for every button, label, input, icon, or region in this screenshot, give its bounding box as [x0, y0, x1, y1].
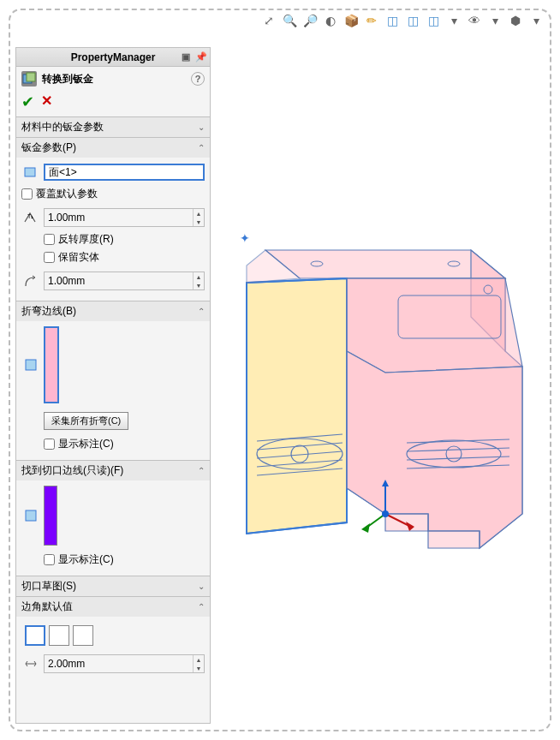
- ok-button[interactable]: ✔: [21, 92, 34, 111]
- corner-type-1[interactable]: [25, 625, 45, 646]
- chevron-up-icon[interactable]: ⌃: [198, 466, 205, 475]
- corner-type-icons: [21, 622, 205, 649]
- section-material-title: 材料中的钣金参数: [21, 120, 104, 134]
- down-arrow-icon[interactable]: ▼: [193, 218, 204, 226]
- radius-input[interactable]: ▲▼: [44, 272, 205, 290]
- view-orient-icon[interactable]: 📦: [343, 12, 360, 29]
- svg-marker-15: [347, 351, 522, 548]
- svg-rect-1: [27, 73, 35, 81]
- section-sketch-title: 切口草图(S): [21, 579, 76, 594]
- down-arrow-icon[interactable]: ▼: [193, 664, 204, 672]
- cube1-icon[interactable]: ◫: [384, 12, 401, 29]
- display-style-icon[interactable]: ✏: [363, 12, 380, 29]
- keep-check[interactable]: 保留实体: [44, 250, 205, 265]
- dropdown1-icon[interactable]: ▾: [445, 12, 462, 29]
- thickness-icon: T₁: [21, 208, 40, 227]
- section-rips-title: 找到切口边线(只读)(F): [21, 463, 123, 478]
- viewport-3d[interactable]: [231, 231, 539, 591]
- help-button[interactable]: ?: [191, 72, 205, 86]
- svg-marker-10: [247, 278, 347, 534]
- collect-bends-button[interactable]: 采集所有折弯(C): [44, 412, 128, 430]
- cube3-icon[interactable]: ◫: [425, 12, 442, 29]
- view-toolbar: ⤢ 🔍 🔎 ◐ 📦 ✏ ◫ ◫ ◫ ▾ 👁 ▾ ⬢ ▾: [260, 12, 545, 29]
- svg-point-40: [382, 510, 389, 517]
- zoom-fit-icon[interactable]: ⤢: [260, 12, 277, 29]
- thickness-input[interactable]: ▲▼: [44, 208, 205, 227]
- up-arrow-icon[interactable]: ▲: [193, 209, 204, 218]
- section-bends: 折弯边线(B) ⌃ 采集所有折弯(C) 显示标注(C): [16, 301, 210, 460]
- chevron-up-icon[interactable]: ⌃: [198, 143, 205, 152]
- gap-icon: [21, 654, 40, 673]
- svg-marker-6: [265, 250, 505, 278]
- rip-edges-list: [44, 486, 57, 546]
- cube2-icon[interactable]: ◫: [404, 12, 421, 29]
- up-arrow-icon[interactable]: ▲: [193, 272, 204, 281]
- section-corners-title: 边角默认值: [21, 600, 73, 614]
- face-selection-input[interactable]: 面<1>: [44, 164, 205, 181]
- section-sketch: 切口草图(S) ⌄: [16, 576, 210, 596]
- purple-colorbar: [45, 486, 57, 545]
- radius-icon: [21, 272, 40, 290]
- face-select-icon: [21, 163, 40, 182]
- edge-select-icon: [21, 355, 40, 374]
- sheet-metal-icon: [21, 71, 37, 87]
- chevron-up-icon[interactable]: ⌃: [198, 602, 205, 612]
- corner-type-2[interactable]: [49, 625, 69, 646]
- feature-title: 转换到钣金: [42, 72, 93, 87]
- hide-show-icon[interactable]: 👁: [466, 12, 483, 29]
- dropdown2-icon[interactable]: ▾: [486, 12, 503, 29]
- zoom-prev-icon[interactable]: 🔎: [301, 12, 319, 29]
- edge-select-icon: [21, 506, 40, 525]
- panel-header: PropertyManager ▣ 📌: [16, 48, 210, 67]
- feature-title-row: 转换到钣金 ?: [16, 67, 210, 91]
- section-bends-title: 折弯边线(B): [21, 304, 76, 319]
- section-material: 材料中的钣金参数 ⌄: [16, 116, 210, 137]
- section-corners: 边角默认值 ⌃ ▲▼: [16, 596, 210, 683]
- pink-colorbar: [45, 328, 57, 402]
- svg-rect-4: [26, 360, 36, 370]
- svg-marker-17: [428, 531, 480, 548]
- reverse-check[interactable]: 反转厚度(R): [44, 232, 205, 247]
- property-manager-panel: PropertyManager ▣ 📌 转换到钣金 ? ✔ ✕ 材料中的钣金参数…: [15, 47, 211, 724]
- cancel-button[interactable]: ✕: [41, 92, 52, 111]
- bend-edges-list[interactable]: [44, 326, 59, 403]
- panel-title: PropertyManager: [71, 51, 156, 63]
- show-markers-check[interactable]: 显示标注(C): [44, 437, 205, 451]
- dropdown3-icon[interactable]: ▾: [527, 12, 545, 29]
- down-arrow-icon[interactable]: ▼: [193, 281, 204, 289]
- chevron-down-icon[interactable]: ⌄: [198, 122, 205, 132]
- svg-text:T₁: T₁: [27, 213, 33, 219]
- chevron-up-icon[interactable]: ⌃: [198, 307, 205, 316]
- gap-input[interactable]: ▲▼: [44, 654, 205, 673]
- corner-type-3[interactable]: [73, 625, 93, 646]
- svg-marker-39: [361, 523, 370, 533]
- up-arrow-icon[interactable]: ▲: [193, 655, 204, 664]
- override-check[interactable]: 覆盖默认参数: [21, 187, 205, 201]
- section-params-title: 钣金参数(P): [21, 140, 76, 155]
- show-markers-rip-check[interactable]: 显示标注(C): [44, 552, 205, 567]
- confirm-row: ✔ ✕: [16, 91, 210, 116]
- pin-icon[interactable]: ▣: [179, 51, 193, 64]
- zoom-area-icon[interactable]: 🔍: [281, 12, 298, 29]
- chevron-down-icon[interactable]: ⌄: [198, 582, 205, 591]
- section-icon[interactable]: ◐: [322, 12, 339, 29]
- section-rips: 找到切口边线(只读)(F) ⌃ 显示标注(C): [16, 460, 210, 576]
- svg-marker-13: [347, 278, 522, 373]
- svg-rect-5: [26, 510, 36, 521]
- section-params: 钣金参数(P) ⌃ 面<1> 覆盖默认参数 T₁ ▲▼ 反转厚度(R) 保留实体: [16, 137, 210, 301]
- svg-rect-2: [25, 168, 35, 176]
- appearance-icon[interactable]: ⬢: [507, 12, 524, 29]
- pushpin-icon[interactable]: 📌: [194, 51, 208, 64]
